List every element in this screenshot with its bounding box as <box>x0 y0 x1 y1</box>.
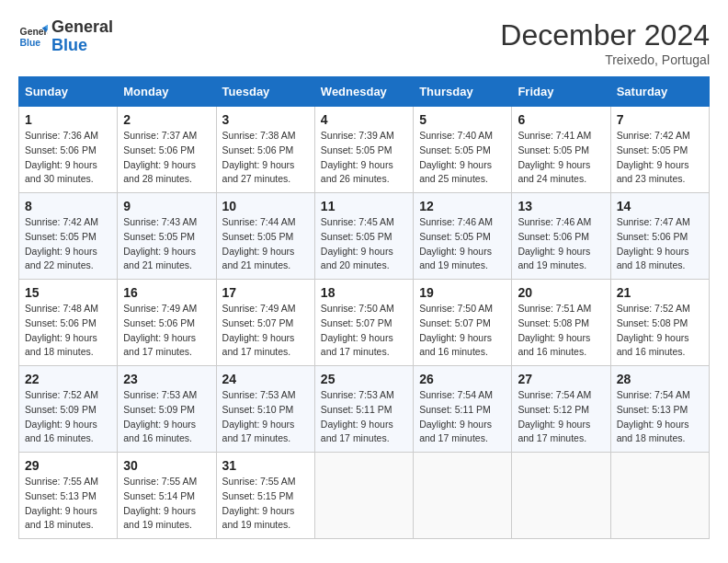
calendar-cell: 29 Sunrise: 7:55 AMSunset: 5:13 PMDaylig… <box>19 453 118 539</box>
day-detail: Sunrise: 7:48 AMSunset: 5:06 PMDaylight:… <box>25 303 98 357</box>
calendar-cell: 13 Sunrise: 7:46 AMSunset: 5:06 PMDaylig… <box>512 193 610 280</box>
calendar-body: 1 Sunrise: 7:36 AMSunset: 5:06 PMDayligh… <box>19 107 710 539</box>
day-of-week-header: Tuesday <box>216 77 314 107</box>
day-detail: Sunrise: 7:42 AMSunset: 5:05 PMDaylight:… <box>25 216 98 270</box>
day-detail: Sunrise: 7:52 AMSunset: 5:09 PMDaylight:… <box>25 389 98 443</box>
day-detail: Sunrise: 7:54 AMSunset: 5:11 PMDaylight:… <box>419 389 493 443</box>
calendar-cell: 9 Sunrise: 7:43 AMSunset: 5:05 PMDayligh… <box>118 193 216 280</box>
day-number: 4 <box>321 112 407 127</box>
day-number: 30 <box>123 458 210 473</box>
calendar-cell: 2 Sunrise: 7:37 AMSunset: 5:06 PMDayligh… <box>118 107 216 193</box>
calendar-cell: 15 Sunrise: 7:48 AMSunset: 5:06 PMDaylig… <box>19 280 118 366</box>
calendar-cell: 3 Sunrise: 7:38 AMSunset: 5:06 PMDayligh… <box>216 107 314 193</box>
calendar-week-row: 8 Sunrise: 7:42 AMSunset: 5:05 PMDayligh… <box>19 193 710 280</box>
day-number: 25 <box>321 372 407 386</box>
day-number: 27 <box>518 372 604 386</box>
day-number: 26 <box>419 372 506 386</box>
calendar-cell: 4 Sunrise: 7:39 AMSunset: 5:05 PMDayligh… <box>314 107 413 193</box>
page-header: General Blue GeneralBlue December 2024 T… <box>18 18 710 67</box>
day-number: 2 <box>123 112 210 127</box>
calendar-cell: 23 Sunrise: 7:53 AMSunset: 5:09 PMDaylig… <box>118 366 216 453</box>
calendar-week-row: 29 Sunrise: 7:55 AMSunset: 5:13 PMDaylig… <box>19 453 710 539</box>
calendar-cell: 26 Sunrise: 7:54 AMSunset: 5:11 PMDaylig… <box>414 366 512 453</box>
day-number: 5 <box>419 112 506 127</box>
day-number: 9 <box>123 199 210 213</box>
day-detail: Sunrise: 7:38 AMSunset: 5:06 PMDaylight:… <box>222 130 296 184</box>
calendar-cell: 18 Sunrise: 7:50 AMSunset: 5:07 PMDaylig… <box>314 280 413 366</box>
day-number: 6 <box>518 112 604 127</box>
day-of-week-header: Sunday <box>19 77 118 107</box>
day-number: 31 <box>222 458 309 473</box>
day-number: 7 <box>617 112 703 127</box>
day-detail: Sunrise: 7:50 AMSunset: 5:07 PMDaylight:… <box>419 303 493 357</box>
day-detail: Sunrise: 7:50 AMSunset: 5:07 PMDaylight:… <box>321 303 394 357</box>
day-number: 16 <box>123 285 210 300</box>
day-number: 19 <box>419 285 506 300</box>
day-number: 29 <box>25 458 111 473</box>
day-detail: Sunrise: 7:40 AMSunset: 5:05 PMDaylight:… <box>419 130 493 184</box>
day-of-week-header: Monday <box>118 77 216 107</box>
calendar-cell <box>414 453 512 539</box>
day-number: 1 <box>25 112 111 127</box>
day-detail: Sunrise: 7:43 AMSunset: 5:05 PMDaylight:… <box>123 216 197 270</box>
calendar-cell: 27 Sunrise: 7:54 AMSunset: 5:12 PMDaylig… <box>512 366 610 453</box>
calendar-cell: 6 Sunrise: 7:41 AMSunset: 5:05 PMDayligh… <box>512 107 610 193</box>
day-detail: Sunrise: 7:37 AMSunset: 5:06 PMDaylight:… <box>123 130 197 184</box>
day-detail: Sunrise: 7:46 AMSunset: 5:06 PMDaylight:… <box>518 216 591 270</box>
day-number: 20 <box>518 285 604 300</box>
day-detail: Sunrise: 7:46 AMSunset: 5:05 PMDaylight:… <box>419 216 493 270</box>
calendar-cell: 31 Sunrise: 7:55 AMSunset: 5:15 PMDaylig… <box>216 453 314 539</box>
calendar-header-row: SundayMondayTuesdayWednesdayThursdayFrid… <box>19 77 710 107</box>
logo: General Blue GeneralBlue <box>18 18 113 55</box>
day-of-week-header: Friday <box>512 77 610 107</box>
calendar-cell <box>314 453 413 539</box>
calendar-cell: 28 Sunrise: 7:54 AMSunset: 5:13 PMDaylig… <box>610 366 709 453</box>
title-area: December 2024 Treixedo, Portugal <box>500 18 710 67</box>
day-detail: Sunrise: 7:53 AMSunset: 5:11 PMDaylight:… <box>321 389 394 443</box>
day-detail: Sunrise: 7:55 AMSunset: 5:14 PMDaylight:… <box>123 476 197 530</box>
svg-text:Blue: Blue <box>20 37 41 47</box>
logo-icon: General Blue <box>18 22 48 52</box>
calendar-cell: 11 Sunrise: 7:45 AMSunset: 5:05 PMDaylig… <box>314 193 413 280</box>
day-detail: Sunrise: 7:53 AMSunset: 5:09 PMDaylight:… <box>123 389 197 443</box>
calendar-cell: 25 Sunrise: 7:53 AMSunset: 5:11 PMDaylig… <box>314 366 413 453</box>
calendar-cell: 19 Sunrise: 7:50 AMSunset: 5:07 PMDaylig… <box>414 280 512 366</box>
calendar-cell: 10 Sunrise: 7:44 AMSunset: 5:05 PMDaylig… <box>216 193 314 280</box>
calendar-cell: 1 Sunrise: 7:36 AMSunset: 5:06 PMDayligh… <box>19 107 118 193</box>
day-number: 14 <box>617 199 703 213</box>
day-detail: Sunrise: 7:49 AMSunset: 5:07 PMDaylight:… <box>222 303 296 357</box>
calendar-table: SundayMondayTuesdayWednesdayThursdayFrid… <box>18 76 710 539</box>
day-detail: Sunrise: 7:47 AMSunset: 5:06 PMDaylight:… <box>617 216 690 270</box>
calendar-cell: 7 Sunrise: 7:42 AMSunset: 5:05 PMDayligh… <box>610 107 709 193</box>
location-subtitle: Treixedo, Portugal <box>500 52 710 67</box>
day-of-week-header: Wednesday <box>314 77 413 107</box>
calendar-cell: 21 Sunrise: 7:52 AMSunset: 5:08 PMDaylig… <box>610 280 709 366</box>
day-detail: Sunrise: 7:42 AMSunset: 5:05 PMDaylight:… <box>617 130 690 184</box>
day-number: 23 <box>123 372 210 386</box>
day-number: 22 <box>25 372 111 386</box>
day-of-week-header: Thursday <box>414 77 512 107</box>
calendar-cell: 22 Sunrise: 7:52 AMSunset: 5:09 PMDaylig… <box>19 366 118 453</box>
day-detail: Sunrise: 7:54 AMSunset: 5:13 PMDaylight:… <box>617 389 690 443</box>
calendar-cell: 17 Sunrise: 7:49 AMSunset: 5:07 PMDaylig… <box>216 280 314 366</box>
day-detail: Sunrise: 7:54 AMSunset: 5:12 PMDaylight:… <box>518 389 591 443</box>
day-detail: Sunrise: 7:53 AMSunset: 5:10 PMDaylight:… <box>222 389 296 443</box>
calendar-cell: 12 Sunrise: 7:46 AMSunset: 5:05 PMDaylig… <box>414 193 512 280</box>
calendar-cell <box>610 453 709 539</box>
day-number: 3 <box>222 112 309 127</box>
calendar-cell: 20 Sunrise: 7:51 AMSunset: 5:08 PMDaylig… <box>512 280 610 366</box>
month-title: December 2024 <box>500 18 710 52</box>
calendar-week-row: 1 Sunrise: 7:36 AMSunset: 5:06 PMDayligh… <box>19 107 710 193</box>
day-of-week-header: Saturday <box>610 77 709 107</box>
day-number: 21 <box>617 285 703 300</box>
day-detail: Sunrise: 7:52 AMSunset: 5:08 PMDaylight:… <box>617 303 690 357</box>
calendar-week-row: 15 Sunrise: 7:48 AMSunset: 5:06 PMDaylig… <box>19 280 710 366</box>
day-number: 28 <box>617 372 703 386</box>
day-number: 17 <box>222 285 309 300</box>
day-number: 24 <box>222 372 309 386</box>
day-detail: Sunrise: 7:55 AMSunset: 5:13 PMDaylight:… <box>25 476 98 530</box>
calendar-cell: 5 Sunrise: 7:40 AMSunset: 5:05 PMDayligh… <box>414 107 512 193</box>
day-detail: Sunrise: 7:44 AMSunset: 5:05 PMDaylight:… <box>222 216 296 270</box>
day-number: 11 <box>321 199 407 213</box>
calendar-cell: 8 Sunrise: 7:42 AMSunset: 5:05 PMDayligh… <box>19 193 118 280</box>
